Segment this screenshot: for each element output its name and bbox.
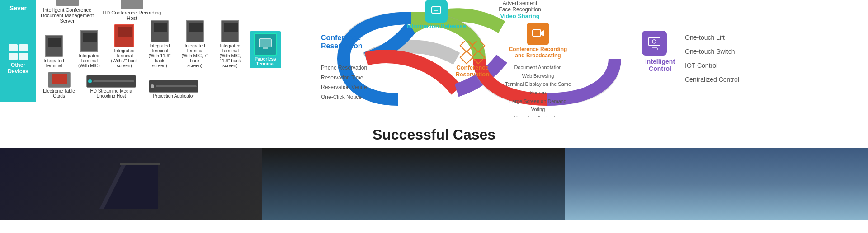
svg-rect-15 <box>120 163 160 165</box>
svg-point-9 <box>652 40 656 43</box>
terminal-paperless: Paperless Terminal <box>250 31 281 68</box>
terminals-row-1: Integrated Terminal IntegratedTerminal(W… <box>38 18 319 70</box>
svg-marker-7 <box>541 30 544 36</box>
other-devices-label: Other Devices <box>2 62 34 75</box>
terminal-mic: IntegratedTerminal(With MIC) <box>73 30 105 68</box>
svg-rect-8 <box>649 37 660 46</box>
bottom-image-left <box>0 148 262 220</box>
intelligent-control-label: Intelligent Control <box>642 58 678 72</box>
device-icon-3 <box>9 53 18 60</box>
projection-applicator: Projection Applicator <box>144 80 203 98</box>
other-devices-panel: Other Devices <box>0 16 36 102</box>
right-panel: Intelligent Control One-touch Lift One-t… <box>633 0 868 117</box>
bottom-image-right <box>565 148 868 220</box>
item-iot-control: IOT Control <box>685 59 859 73</box>
other-devices-icons <box>9 44 28 60</box>
terminal-integrated: Integrated Terminal <box>38 35 70 68</box>
electronic-table-cards: Electronic Table Cards <box>40 72 78 98</box>
server-label: Sever <box>0 0 36 16</box>
item-one-touch-switch: One-touch Switch <box>685 45 859 59</box>
intelligent-items-list: One-touch Lift One-touch Switch IOT Cont… <box>685 31 859 86</box>
hd-streaming-host: HD Streaming Media Encoding Host <box>82 75 141 98</box>
terminal-11inch: Integrated Terminal(With 11.6" backscree… <box>144 20 175 68</box>
intelligent-control-items: One-touch Lift One-touch Switch IOT Cont… <box>685 31 859 86</box>
terminal-7inch: IntegratedTerminal(With 7" backscreen) <box>108 24 140 68</box>
svg-rect-10 <box>652 47 657 48</box>
second-row-items: Electronic Table Cards HD Streaming Medi… <box>38 70 319 100</box>
svg-rect-0 <box>259 39 271 47</box>
bottom-images <box>0 148 868 220</box>
server-row: Sever Intelligent ConferenceDocument Man… <box>0 0 321 16</box>
svg-marker-13 <box>99 163 158 209</box>
terminals-grid: Integrated Terminal IntegratedTerminal(W… <box>36 16 321 102</box>
diagram-svg: Conference Reservation Phone Reservation… <box>321 0 633 117</box>
successful-cases-heading: Successful Cases <box>0 117 868 148</box>
svg-rect-6 <box>533 30 541 36</box>
device-icon-4 <box>19 53 28 60</box>
device-icon-1 <box>9 44 18 51</box>
center-diagram: Conference Reservation Phone Reservation… <box>321 0 633 117</box>
item-one-touch-lift: One-touch Lift <box>685 31 859 45</box>
svg-rect-3 <box>432 7 441 13</box>
svg-rect-2 <box>263 47 268 49</box>
main-content: Sever Intelligent ConferenceDocument Man… <box>0 0 868 117</box>
device-silhouette <box>86 154 176 213</box>
device-icon-2 <box>19 44 28 51</box>
bottom-image-center <box>262 148 565 220</box>
intelligent-control-section: Intelligent Control <box>642 31 678 72</box>
devices-main: Other Devices Integrated Terminal <box>0 16 321 102</box>
item-centralized-control: Centralized Control <box>685 73 859 87</box>
left-panel: Sever Intelligent ConferenceDocument Man… <box>0 0 321 117</box>
terminal-mic-11: Integrated Terminal(With MIC, 11.6" back… <box>214 20 246 68</box>
terminal-mic-7: Integrated Terminal(With MIC, 7" backscr… <box>179 20 211 68</box>
